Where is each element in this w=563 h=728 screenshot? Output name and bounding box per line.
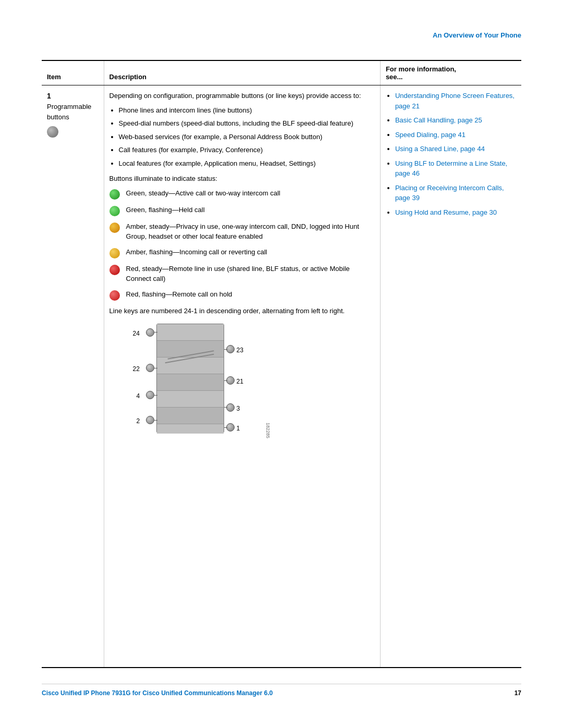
list-item: Phone lines and intercom lines (line but… (119, 105, 375, 116)
main-table: Item Description For more information, s… (42, 60, 521, 668)
more-info-cell: Understanding Phone Screen Features, pag… (380, 85, 521, 668)
amber-flash-text: Amber, flashing—Incoming call or reverti… (126, 247, 267, 257)
description-cell: Depending on configuration, programmable… (104, 85, 380, 668)
label-23: 23 (237, 346, 243, 355)
status-green-steady: Green, steady—Active call or two-way int… (109, 188, 375, 200)
list-item: Placing or Receiving Intercom Calls, pag… (395, 183, 516, 203)
red-steady-dot (109, 265, 120, 275)
list-item: Using BLF to Determine a Line State, pag… (395, 158, 516, 179)
desc-bullets: Phone lines and intercom lines (line but… (115, 105, 375, 169)
status-red-steady: Red, steady—Remote line in use (shared l… (109, 264, 375, 284)
amber-steady-text: Amber, steady—Privacy in use, one-way in… (126, 221, 375, 242)
list-item: Web-based services (for example, a Perso… (119, 132, 375, 142)
link-speed-dialing[interactable]: Speed Dialing, page 41 (395, 131, 466, 139)
red-flash-dot (109, 290, 120, 301)
list-item: Using Hold and Resume, page 30 (395, 207, 516, 218)
line-4 (154, 395, 157, 396)
green-steady-dot (109, 189, 120, 200)
green-flash-text: Green, flashing—Held call (126, 205, 205, 215)
programmable-button-icon (47, 126, 99, 141)
btn-left-4 (146, 391, 154, 399)
list-item: Call features (for example, Privacy, Con… (119, 145, 375, 155)
status-amber-flash: Amber, flashing—Incoming call or reverti… (109, 247, 375, 258)
amber-steady-dot (109, 223, 120, 233)
list-item: Local features (for example, Application… (119, 158, 375, 169)
link-shared-line[interactable]: Using a Shared Line, page 44 (395, 145, 485, 153)
th-item: Item (42, 60, 104, 85)
link-basic-call[interactable]: Basic Call Handling, page 25 (395, 116, 482, 124)
page-container: An Overview of Your Phone Item Descripti… (0, 0, 563, 728)
footer-right: 17 (515, 689, 521, 697)
link-intercom[interactable]: Placing or Receiving Intercom Calls, pag… (395, 184, 504, 202)
list-item: Using a Shared Line, page 44 (395, 144, 516, 154)
desc-intro: Depending on configuration, programmable… (109, 91, 375, 101)
list-item: Basic Call Handling, page 25 (395, 115, 516, 126)
label-4: 4 (137, 391, 140, 401)
btn-right-23 (226, 345, 235, 353)
label-24: 24 (133, 329, 140, 338)
link-blf[interactable]: Using BLF to Determine a Line State, pag… (395, 159, 507, 178)
status-section: Buttons illuminate to indicate status: G… (109, 174, 375, 301)
line-2 (154, 420, 157, 421)
status-green-flash: Green, flashing—Held call (109, 205, 375, 216)
line-24 (154, 332, 157, 332)
label-1: 1 (237, 424, 240, 433)
header-title: An Overview of Your Phone (433, 31, 521, 39)
footer-left: Cisco Unified IP Phone 7931G for Cisco U… (42, 689, 273, 697)
label-21: 21 (237, 377, 243, 386)
table-row: 1 Programmable buttons Depending on conf… (42, 85, 521, 668)
line-3 (224, 407, 227, 408)
btn-right-21 (226, 376, 235, 385)
item-cell: 1 Programmable buttons (42, 85, 104, 668)
line-1 (224, 427, 227, 428)
th-for-more: For more information, see... (380, 60, 521, 85)
status-amber-steady: Amber, steady—Privacy in use, one-way in… (109, 221, 375, 242)
btn-left-2 (146, 416, 154, 424)
line-keys-text: Line keys are numbered 24-1 in descendin… (109, 306, 375, 316)
list-item: Speed Dialing, page 41 (395, 130, 516, 140)
link-phone-screen[interactable]: Understanding Phone Screen Features, pag… (395, 92, 515, 110)
list-item: Understanding Phone Screen Features, pag… (395, 91, 516, 111)
line-23 (224, 349, 227, 350)
link-hold-resume[interactable]: Using Hold and Resume, page 30 (395, 208, 497, 216)
image-number: 182285 (264, 423, 271, 438)
list-item: Speed-dial numbers (speed-dial buttons, … (119, 118, 375, 129)
green-flash-dot (109, 206, 120, 216)
label-22: 22 (133, 364, 140, 374)
red-flash-text: Red, flashing—Remote call on hold (126, 289, 232, 300)
label-2: 2 (137, 416, 140, 426)
btn-left-22 (146, 364, 154, 372)
header-section: An Overview of Your Phone (42, 31, 521, 39)
more-links-list: Understanding Phone Screen Features, pag… (386, 91, 516, 217)
red-steady-text: Red, steady—Remote line in use (shared l… (126, 264, 375, 284)
status-red-flash: Red, flashing—Remote call on hold (109, 289, 375, 301)
status-title: Buttons illuminate to indicate status: (109, 174, 375, 184)
line-21 (224, 380, 227, 381)
btn-right-3 (226, 403, 235, 412)
line-22 (154, 368, 157, 368)
green-steady-text: Green, steady—Active call or two-way int… (126, 188, 280, 199)
amber-flash-dot (109, 248, 120, 258)
phone-diagram: 24 22 4 2 23 (115, 321, 271, 441)
btn-right-1 (226, 423, 235, 431)
label-3: 3 (237, 404, 240, 413)
th-description: Description (104, 60, 380, 85)
btn-left-24 (146, 328, 154, 337)
footer-section: Cisco Unified IP Phone 7931G for Cisco U… (42, 684, 521, 697)
phone-body (156, 324, 224, 433)
